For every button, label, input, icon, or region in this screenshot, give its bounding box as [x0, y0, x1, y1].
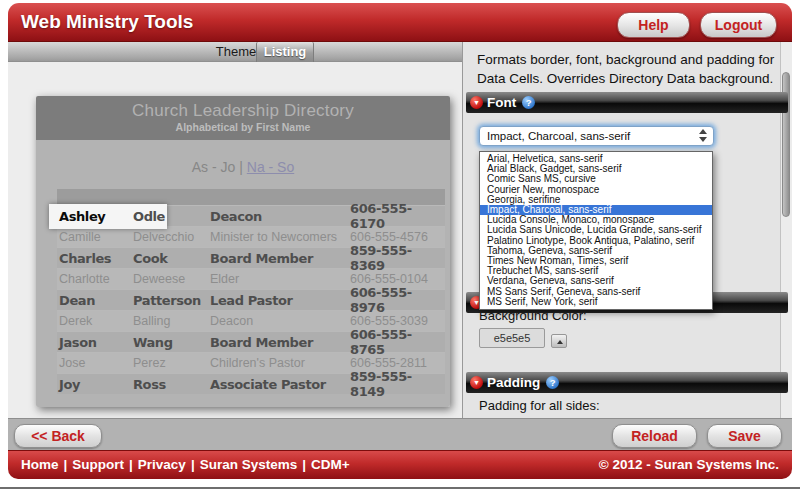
settings-description-line2: Data Cells. Overrides Directory Data bac… [477, 69, 777, 88]
footer-link[interactable]: Support [72, 457, 124, 472]
help-button[interactable]: Help [617, 12, 690, 38]
cell-position: Elder [210, 272, 350, 286]
page: Web Ministry Tools Help Logout Theme Lis… [0, 0, 800, 492]
cell-phone: 606-555-0104 [350, 272, 445, 286]
footer-link-separator: | [129, 457, 133, 472]
cell-first-name: Jose [57, 356, 133, 370]
cell-first-name: Jason [57, 335, 133, 350]
cell-last-name: Odle [133, 209, 210, 224]
directory-table-rows: AshleyOdleDeacon606-555-6170CamilleDelve… [57, 205, 445, 394]
footer-link[interactable]: Suran Systems [200, 457, 298, 472]
directory-title: Church Leadership Directory [36, 96, 450, 121]
padding-section-bar: ▼ Padding ? [466, 372, 788, 393]
cell-last-name: Balling [133, 314, 210, 328]
font-section-title: Font [487, 95, 516, 110]
cell-last-name: Patterson [133, 293, 210, 308]
pagination-link[interactable]: Na - So [247, 159, 294, 175]
table-row[interactable]: JoyRossAssociate Pastor859-555-8149 [57, 373, 445, 394]
padding-help-icon[interactable]: ? [546, 376, 559, 389]
footer-link-separator: | [302, 457, 306, 472]
cell-phone: 606-555-8765 [350, 327, 445, 357]
padding-collapse-icon[interactable]: ▼ [470, 376, 483, 389]
cell-last-name: Wang [133, 335, 210, 350]
table-row[interactable]: JasonWangBoard Member606-555-8765 [57, 331, 445, 352]
app-title: Web Ministry Tools [21, 3, 193, 41]
cell-first-name: Joy [57, 377, 133, 392]
footer-link-separator: | [191, 457, 195, 472]
directory-preview-body: As - Jo | Na - So AshleyOdleDeacon606-55… [36, 140, 450, 407]
tab-bar: Theme Listing [8, 42, 462, 62]
save-button[interactable]: Save [707, 424, 782, 448]
footer-links: Home|Support|Privacy|Suran Systems|CDM+ [21, 451, 350, 479]
padding-all-sides-label: Padding for all sides: [479, 398, 600, 413]
cell-position: Associate Pastor [210, 377, 350, 392]
action-bar: << Back Reload Save [8, 418, 792, 450]
back-button[interactable]: << Back [14, 424, 102, 448]
font-collapse-icon[interactable]: ▼ [470, 96, 483, 109]
footer-link[interactable]: Home [21, 457, 59, 472]
font-dropdown-list: Arial, Helvetica, sans-serifArial Black,… [479, 151, 713, 310]
table-row[interactable]: AshleyOdleDeacon606-555-6170 [57, 205, 445, 226]
screen-bottom-edge [0, 487, 800, 489]
settings-description: Formats border, font, background and pad… [477, 50, 777, 88]
cell-last-name: Perez [133, 356, 210, 370]
background-color-input[interactable] [479, 328, 545, 348]
directory-table[interactable]: AshleyOdleDeacon606-555-6170CamilleDelve… [57, 189, 445, 394]
cell-position: Lead Pastor [210, 293, 350, 308]
font-section-bar: ▼ Font ? [466, 92, 788, 113]
cell-first-name: Derek [57, 314, 133, 328]
cell-first-name: Camille [57, 230, 133, 244]
pagination-separator: | [239, 159, 243, 175]
table-row[interactable]: DeanPattersonLead Pastor606-555-8976 [57, 289, 445, 310]
cell-phone: 859-555-8149 [350, 369, 445, 399]
cell-last-name: Cook [133, 251, 210, 266]
footer-link[interactable]: CDM+ [311, 457, 350, 472]
font-select[interactable]: Impact, Charcoal, sans-serif [479, 126, 714, 146]
logout-button[interactable]: Logout [700, 12, 777, 38]
cell-first-name: Ashley [57, 208, 133, 225]
padding-section-title: Padding [487, 375, 540, 390]
tab-listing[interactable]: Listing [256, 42, 314, 62]
footer-link[interactable]: Privacy [138, 457, 186, 472]
table-row[interactable]: CharlesCookBoard Member859-555-8369 [57, 247, 445, 268]
directory-pagination: As - Jo | Na - So [36, 140, 450, 175]
cell-phone: 606-555-4576 [350, 230, 445, 244]
cell-phone: 606-555-2811 [350, 356, 445, 370]
app-header: Web Ministry Tools Help Logout [8, 3, 792, 42]
cell-position: Children's Pastor [210, 356, 350, 370]
directory-subtitle: Alphabetical by First Name [36, 121, 450, 133]
cell-position: Board Member [210, 335, 350, 350]
footer-link-separator: | [64, 457, 68, 472]
cell-first-name: Charles [57, 251, 133, 266]
reload-button[interactable]: Reload [612, 424, 697, 448]
pagination-current-range: As - Jo [192, 159, 236, 175]
directory-preview-header: Church Leadership Directory Alphabetical… [36, 96, 450, 140]
cell-last-name: Deweese [133, 272, 210, 286]
cell-phone: 606-555-8976 [350, 285, 445, 315]
cell-position: Minister to Newcomers [210, 230, 350, 244]
cell-phone: 859-555-8369 [350, 243, 445, 273]
cell-phone: 606-555-3039 [350, 314, 445, 328]
site-footer: Home|Support|Privacy|Suran Systems|CDM+ … [8, 450, 792, 479]
cell-last-name: Ross [133, 377, 210, 392]
font-option[interactable]: MS Serif, New York, serif [480, 297, 712, 307]
directory-preview-panel[interactable]: Church Leadership Directory Alphabetical… [36, 96, 450, 407]
font-select-stepper-icon [699, 129, 708, 142]
cell-phone: 606-555-6170 [350, 201, 445, 231]
font-help-icon[interactable]: ? [522, 96, 535, 109]
settings-panel: Formats border, font, background and pad… [462, 42, 792, 418]
preview-workspace: Church Leadership Directory Alphabetical… [8, 62, 462, 418]
settings-description-line1: Formats border, font, background and pad… [477, 50, 777, 69]
cell-position: Deacon [210, 314, 350, 328]
cell-position: Deacon [210, 209, 350, 224]
cell-first-name: Charlotte [57, 272, 133, 286]
copyright-text: © 2012 - Suran Systems Inc. [599, 451, 779, 479]
cell-first-name: Dean [57, 293, 133, 308]
app-window: Web Ministry Tools Help Logout Theme Lis… [8, 3, 792, 479]
color-picker-button[interactable] [551, 334, 567, 348]
cell-position: Board Member [210, 251, 350, 266]
cell-last-name: Delvecchio [133, 230, 210, 244]
